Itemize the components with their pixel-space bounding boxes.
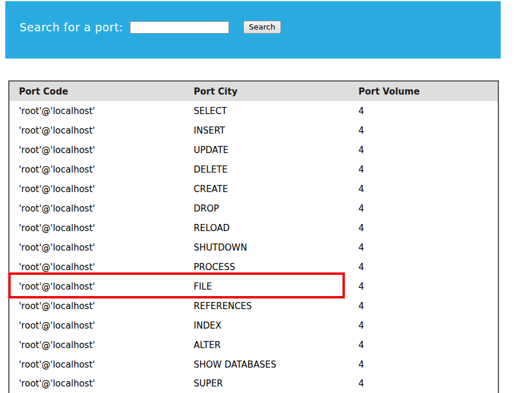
column-header-port-city: Port City [184, 81, 349, 101]
port-volume-cell: 4 [349, 101, 498, 121]
column-header-port-code: Port Code [9, 81, 184, 101]
table-row: 'root'@'localhost' CREATE 4 [9, 179, 498, 199]
port-volume-cell: 4 [349, 140, 498, 160]
search-input[interactable] [130, 21, 229, 34]
port-code-cell: 'root'@'localhost' [9, 179, 184, 199]
port-city-cell: CREATE [184, 179, 349, 199]
port-code-cell: 'root'@'localhost' [9, 218, 184, 238]
port-code-cell: 'root'@'localhost' [9, 160, 184, 179]
column-header-port-volume: Port Volume [349, 81, 498, 101]
table-row: 'root'@'localhost' FILE 4 [9, 277, 498, 296]
port-city-cell: REFERENCES [184, 296, 349, 316]
port-code-cell: 'root'@'localhost' [9, 374, 184, 393]
port-volume-cell: 4 [349, 355, 498, 374]
port-code-cell: 'root'@'localhost' [9, 316, 184, 335]
port-code-cell: 'root'@'localhost' [9, 257, 184, 277]
port-volume-cell: 4 [349, 218, 498, 238]
header-row: Port Code Port City Port Volume [9, 81, 498, 101]
port-city-cell: FILE [184, 277, 349, 296]
port-code-cell: 'root'@'localhost' [9, 101, 184, 121]
port-volume-cell: 4 [349, 179, 498, 199]
port-city-cell: DELETE [184, 160, 349, 179]
port-volume-cell: 4 [349, 257, 498, 277]
port-city-cell: PROCESS [184, 257, 349, 277]
port-volume-cell: 4 [349, 296, 498, 316]
table-row: 'root'@'localhost' INDEX 4 [9, 316, 498, 335]
table-row: 'root'@'localhost' ALTER 4 [9, 335, 498, 355]
page: Search for a port: Search Port Code Port… [0, 0, 532, 393]
table-row: 'root'@'localhost' REFERENCES 4 [9, 296, 498, 316]
port-table-body: 'root'@'localhost' SELECT 4 'root'@'loca… [9, 101, 498, 393]
port-city-cell: SUPER [184, 374, 349, 393]
table-row: 'root'@'localhost' SUPER 4 [9, 374, 498, 393]
port-volume-cell: 4 [349, 316, 498, 335]
port-code-cell: 'root'@'localhost' [9, 355, 184, 374]
port-city-cell: INDEX [184, 316, 349, 335]
port-city-cell: INSERT [184, 121, 349, 140]
port-volume-cell: 4 [349, 160, 498, 179]
table-row: 'root'@'localhost' DROP 4 [9, 199, 498, 218]
table-row: 'root'@'localhost' SELECT 4 [9, 101, 498, 121]
port-city-cell: ALTER [184, 335, 349, 355]
table-row: 'root'@'localhost' PROCESS 4 [9, 257, 498, 277]
port-city-cell: RELOAD [184, 218, 349, 238]
port-city-cell: SHUTDOWN [184, 238, 349, 257]
ports-table-container: Port Code Port City Port Volume 'root'@'… [8, 80, 498, 393]
port-volume-cell: 4 [349, 277, 498, 296]
table-row: 'root'@'localhost' INSERT 4 [9, 121, 498, 140]
port-city-cell: DROP [184, 199, 349, 218]
table-row: 'root'@'localhost' SHOW DATABASES 4 [9, 355, 498, 374]
table-row: 'root'@'localhost' UPDATE 4 [9, 140, 498, 160]
port-code-cell: 'root'@'localhost' [9, 140, 184, 160]
ports-table-head: Port Code Port City Port Volume [9, 81, 498, 101]
port-city-cell: UPDATE [184, 140, 349, 160]
ports-table: Port Code Port City Port Volume 'root'@'… [8, 80, 499, 393]
port-city-cell: SHOW DATABASES [184, 355, 349, 374]
port-code-cell: 'root'@'localhost' [9, 238, 184, 257]
port-code-cell: 'root'@'localhost' [9, 199, 184, 218]
port-volume-cell: 4 [349, 335, 498, 355]
search-label: Search for a port: [19, 21, 123, 34]
table-row: 'root'@'localhost' SHUTDOWN 4 [9, 238, 498, 257]
port-code-cell: 'root'@'localhost' [9, 296, 184, 316]
port-volume-cell: 4 [349, 238, 498, 257]
port-volume-cell: 4 [349, 374, 498, 393]
port-volume-cell: 4 [349, 121, 498, 140]
port-volume-cell: 4 [349, 199, 498, 218]
port-code-cell: 'root'@'localhost' [9, 335, 184, 355]
search-button[interactable]: Search [243, 21, 282, 34]
search-banner: Search for a port: Search [5, 1, 501, 59]
table-row: 'root'@'localhost' RELOAD 4 [9, 218, 498, 238]
port-code-cell: 'root'@'localhost' [9, 121, 184, 140]
port-code-cell: 'root'@'localhost' [9, 277, 184, 296]
table-row: 'root'@'localhost' DELETE 4 [9, 160, 498, 179]
search-bar: Search for a port: Search [19, 21, 281, 34]
port-city-cell: SELECT [184, 101, 349, 121]
